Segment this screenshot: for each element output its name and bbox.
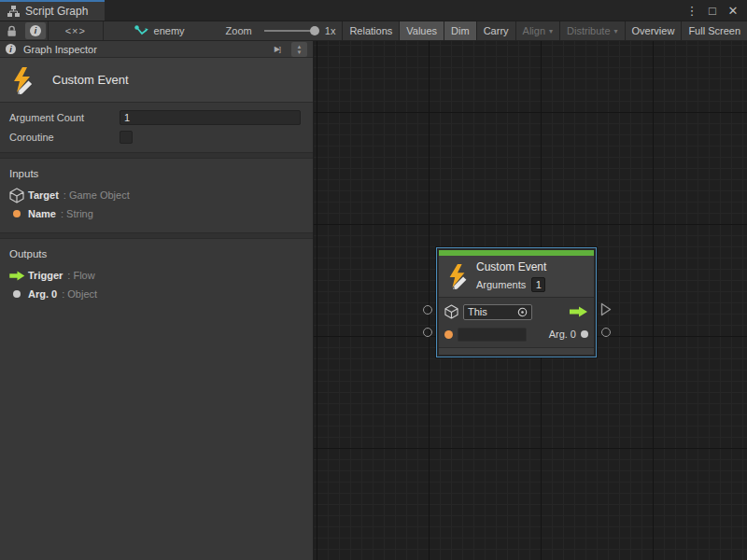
node-target-row: This [444,302,588,321]
inspector-empty-area [0,313,313,560]
button-label: Align [523,25,545,36]
zoom-value: 1x [323,21,343,40]
node-footer [439,347,594,355]
node-header[interactable]: Custom Event Arguments 1 [439,256,594,297]
script-graph-window: Script Graph ⋮ □ ✕ i <×> [0,0,747,560]
unit-title: Custom Event [52,73,129,87]
custom-event-icon [445,263,470,289]
full-screen-button[interactable]: Full Screen [682,21,747,40]
object-port-icon [7,290,26,298]
button-label: Relations [349,25,392,36]
info-icon: i [6,44,16,54]
port-name: Trigger [28,270,63,281]
custom-event-node[interactable]: Custom Event Arguments 1 [436,247,597,357]
port-name: Target [28,189,59,201]
close-icon[interactable]: ✕ [725,2,741,19]
unit-header: Custom Event [0,58,313,103]
button-label: Carry [484,25,509,36]
event-name-input[interactable] [458,328,527,342]
overview-button[interactable]: Overview [626,21,683,40]
port-name: Arg. 0 [28,288,57,300]
chevron-down-icon: ▾ [614,27,618,35]
window-controls: ⋮ □ ✕ [684,0,747,21]
output-value-port[interactable] [601,328,611,337]
port-name: Name [28,208,56,219]
input-flow-port[interactable] [423,305,432,315]
toolbar-button-group: Relations Values Dim Carry Align ▾ Distr… [342,21,747,40]
node-arguments-row: Arguments 1 [476,277,546,292]
argument-count-row: Argument Count [9,109,301,125]
string-port-icon [444,330,453,339]
tab-script-graph[interactable]: Script Graph [0,0,105,21]
graph-inspector-header: i Graph Inspector ▶] ▲ ▼ [0,41,313,58]
button-label: Overview [632,25,675,36]
titlebar-spacer [105,0,684,21]
dock-panel-icon[interactable]: ▶] [275,45,280,53]
zoom-slider-knob[interactable] [310,26,319,35]
graph-inspector-panel: i Graph Inspector ▶] ▲ ▼ Custom Event [0,41,314,560]
toolbar-separator [103,21,104,40]
align-dropdown-button[interactable]: Align ▾ [516,21,560,40]
values-button[interactable]: Values [400,21,444,40]
graph-asset-breadcrumb[interactable]: enemy [128,21,191,40]
inspector-title: Graph Inspector [23,44,267,55]
target-object-dropdown[interactable]: This [463,304,532,320]
output-port-row: Trigger : Flow [0,266,313,285]
section-divider [0,152,313,159]
distribute-dropdown-button[interactable]: Distribute ▾ [560,21,625,40]
window-menu-icon[interactable]: ⋮ [684,2,700,19]
zoom-slider[interactable] [264,30,317,32]
panel-width-stepper[interactable]: ▲ ▼ [291,42,307,57]
arg0-label: Arg. 0 [549,329,576,340]
chevron-down-icon: ▾ [549,27,553,35]
input-port-row: Target : Game Object [0,186,313,204]
button-label: Values [406,25,437,36]
title-bar: Script Graph ⋮ □ ✕ [0,0,747,21]
string-port-icon [7,210,26,217]
argument-count-label: Argument Count [9,112,120,123]
output-port-row: Arg. 0 : Object [0,285,313,303]
maximize-icon[interactable]: □ [704,2,721,19]
lock-button[interactable] [0,21,23,40]
lock-icon [7,25,17,37]
dim-button[interactable]: Dim [444,21,477,40]
graph-canvas[interactable]: Custom Event Arguments 1 [314,41,747,560]
object-port-icon [581,330,588,338]
coroutine-label: Coroutine [9,132,120,143]
node-name-row: Arg. 0 [444,325,588,343]
coroutine-checkbox[interactable] [120,131,133,144]
object-picker-icon[interactable] [517,307,528,317]
custom-event-icon [9,66,35,94]
outputs-title: Outputs [0,246,313,266]
zoom-label: Zoom [219,21,259,40]
code-view-button[interactable]: <×> [49,21,103,40]
node-title: Custom Event [476,260,546,274]
output-flow-port[interactable] [600,302,612,316]
section-divider [0,232,313,239]
node-body: This [439,297,594,347]
arguments-value-field[interactable]: 1 [531,277,545,292]
button-label: Distribute [567,25,610,36]
port-type: : String [61,208,93,219]
inputs-section: Inputs Target : Game Object Name : Strin… [0,159,313,232]
cube-icon [7,188,26,203]
graph-hierarchy-icon [7,6,20,17]
carry-button[interactable]: Carry [477,21,516,40]
input-value-port[interactable] [423,328,432,337]
inspector-toggle-button[interactable]: i [25,22,46,39]
flow-arrow-icon [7,271,26,281]
graph-toolbar: i <×> enemy Zoom 1x Relations Va [0,21,747,41]
button-label: Dim [451,25,470,36]
spinner-down-icon[interactable]: ▼ [297,49,303,55]
unit-fields: Argument Count Coroutine [0,103,313,152]
argument-count-input[interactable] [120,110,301,125]
port-type: : Object [62,288,97,300]
outputs-section: Outputs Trigger : Flow Arg. 0 : Object [0,239,313,313]
port-type: : Flow [67,270,94,281]
script-graph-asset-icon [134,25,148,36]
target-value: This [468,306,487,317]
input-port-row: Name : String [0,204,313,223]
relations-button[interactable]: Relations [343,21,400,40]
coroutine-row: Coroutine [9,129,301,145]
info-icon: i [30,25,41,36]
